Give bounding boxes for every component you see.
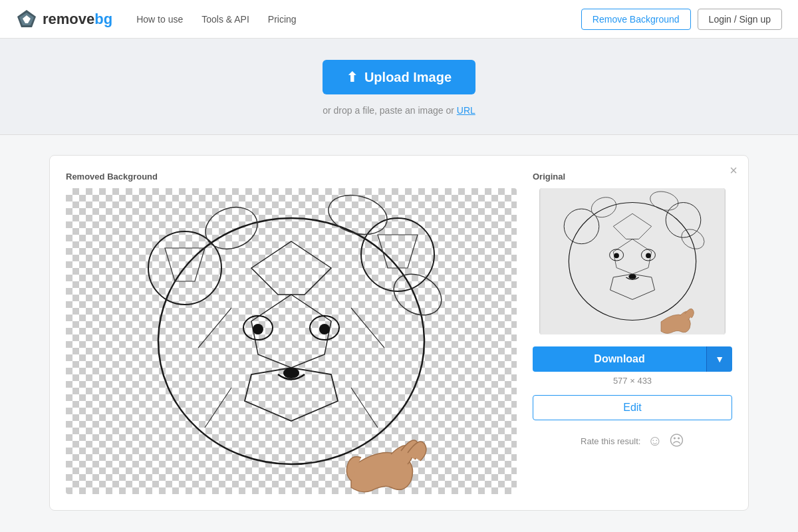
- svg-marker-5: [251, 295, 331, 368]
- remove-background-button[interactable]: Remove Background: [581, 9, 691, 30]
- edit-button[interactable]: Edit: [533, 395, 732, 420]
- upload-icon: ⬆: [346, 69, 358, 85]
- close-button[interactable]: ×: [730, 164, 737, 177]
- main-content: × Removed Background: [33, 135, 765, 531]
- upload-button-label: Upload Image: [364, 70, 452, 85]
- login-signup-button[interactable]: Login / Sign up: [698, 9, 782, 30]
- svg-point-39: [628, 274, 636, 279]
- left-panel: Removed Background: [66, 172, 517, 494]
- svg-point-38: [646, 253, 651, 259]
- navbar-left: removebg How to use Tools & API Pricing: [16, 9, 297, 30]
- svg-point-3: [158, 218, 424, 464]
- svg-marker-4: [251, 241, 331, 295]
- download-arrow-button[interactable]: ▼: [706, 346, 732, 372]
- svg-point-9: [361, 218, 434, 291]
- drop-hint: or drop a file, paste an image or URL: [0, 105, 798, 116]
- nav-link-how-to-use[interactable]: How to use: [136, 14, 183, 25]
- svg-rect-25: [540, 188, 724, 334]
- happy-rating-button[interactable]: ☺: [647, 434, 662, 448]
- nav-links: How to use Tools & API Pricing: [136, 14, 296, 25]
- download-button[interactable]: Download: [533, 346, 706, 372]
- svg-point-37: [614, 253, 619, 259]
- removed-background-label: Removed Background: [66, 172, 517, 182]
- logo-icon: [16, 9, 37, 30]
- svg-marker-10: [378, 235, 418, 268]
- navbar-right: Remove Background Login / Sign up: [581, 9, 782, 30]
- svg-point-19: [319, 324, 330, 334]
- rating-section: Rate this result: ☺ ☹: [581, 434, 684, 448]
- svg-point-18: [253, 324, 263, 334]
- svg-point-13: [386, 266, 449, 323]
- svg-line-24: [351, 388, 378, 428]
- image-dimensions: 577 × 433: [613, 376, 652, 386]
- sad-rating-button[interactable]: ☹: [669, 434, 684, 448]
- svg-line-21: [198, 308, 231, 348]
- navbar: removebg How to use Tools & API Pricing …: [0, 0, 798, 39]
- nav-link-pricing[interactable]: Pricing: [268, 14, 297, 25]
- logo[interactable]: removebg: [16, 9, 112, 30]
- upload-section: ⬆ Upload Image or drop a file, paste an …: [0, 39, 798, 135]
- panda-removed-svg: [66, 188, 517, 494]
- upload-image-button[interactable]: ⬆ Upload Image: [323, 60, 475, 94]
- nav-link-tools-api[interactable]: Tools & API: [201, 14, 249, 25]
- rate-label: Rate this result:: [581, 436, 640, 446]
- svg-point-20: [283, 368, 299, 378]
- result-card: × Removed Background: [49, 155, 749, 511]
- svg-line-22: [351, 308, 384, 348]
- original-panda-svg: [539, 188, 726, 334]
- svg-point-11: [200, 200, 263, 256]
- original-label: Original: [533, 172, 565, 182]
- original-image: [539, 188, 726, 334]
- url-link[interactable]: URL: [457, 105, 475, 116]
- removed-background-image: [66, 188, 517, 494]
- right-panel: Original: [533, 172, 732, 494]
- drop-hint-text: or drop a file, paste an image or: [323, 105, 454, 116]
- svg-line-23: [205, 388, 231, 428]
- svg-point-12: [324, 189, 391, 240]
- download-group: Download ▼: [533, 346, 732, 372]
- logo-text: removebg: [43, 11, 112, 28]
